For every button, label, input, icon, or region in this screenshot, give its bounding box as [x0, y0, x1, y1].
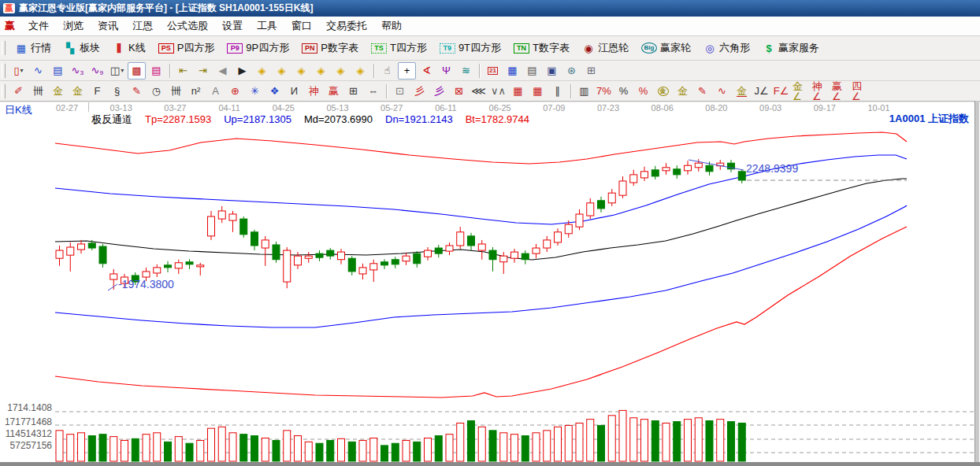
9p-square-button[interactable]: P99P四方形	[221, 37, 295, 59]
p-square-button[interactable]: PSP四方形	[152, 37, 221, 59]
grid-123-icon[interactable]: ⊞	[344, 83, 362, 100]
red-wave-icon[interactable]: ∿	[713, 83, 731, 100]
k-mark-icon[interactable]: И	[285, 83, 303, 100]
menu-资讯[interactable]: 资讯	[91, 19, 125, 32]
percent-line-red-icon[interactable]: 7%	[595, 83, 613, 100]
gold-circle-icon[interactable]: 金	[654, 83, 672, 100]
price-scale-tool-icon[interactable]: ▥	[575, 83, 593, 100]
menu-工具[interactable]: 工具	[250, 19, 284, 32]
gann-tool-purple-icon[interactable]: Ψ	[437, 62, 455, 80]
menu-设置[interactable]: 设置	[215, 19, 250, 32]
crosshair-icon[interactable]: +	[398, 62, 416, 80]
info-document-icon[interactable]: ▤	[49, 62, 67, 80]
n-square-icon[interactable]: n²	[187, 83, 205, 100]
last-page-icon[interactable]: ⇥	[194, 62, 212, 80]
data-transfer-icon[interactable]: ⊞	[582, 62, 600, 80]
menu-帮助[interactable]: 帮助	[374, 19, 409, 32]
chart-region[interactable]: 极反通道Tp=2287.1593Up=2187.1305Md=2073.6990…	[0, 112, 980, 466]
9t-square-button[interactable]: T99T四方形	[433, 37, 507, 59]
parallel-lines-icon[interactable]: ∥	[548, 83, 566, 100]
gann-diamond-expand-icon[interactable]: ◈	[351, 62, 369, 80]
win-angle-icon[interactable]: 赢∠	[831, 83, 849, 100]
gann-diamond-star-icon[interactable]: ◈	[332, 62, 350, 80]
win-ruler-icon[interactable]: 赢	[325, 83, 343, 100]
grid-red-arrow-icon[interactable]: ▦	[529, 83, 547, 100]
flag-pencil-icon[interactable]: ✎	[693, 83, 711, 100]
percent-red-icon[interactable]: %	[634, 83, 652, 100]
gann-wheel-button[interactable]: ◉江恩轮	[576, 37, 635, 59]
circle-cross-red-icon[interactable]: ⊕	[226, 83, 244, 100]
pan-hand-icon[interactable]: ☝	[378, 62, 396, 80]
time-cycle-clock-icon[interactable]: ◷	[147, 83, 165, 100]
quotes-button[interactable]: ▦行情	[9, 37, 58, 59]
winner-service-button[interactable]: $赢家服务	[756, 37, 826, 59]
eraser-knife-icon[interactable]: ✐	[9, 83, 28, 100]
p-number-table-button[interactable]: PNP数字表	[295, 37, 365, 59]
shen-ruler-icon[interactable]: 神	[305, 83, 323, 100]
percent-tool-glyph: %	[619, 86, 629, 96]
span-arrow-icon[interactable]: ⇔	[364, 83, 382, 100]
gann-diamond-horizontal-icon[interactable]: ◈	[292, 62, 310, 80]
angle-measure-icon[interactable]: ∢	[418, 62, 436, 80]
thin-candle-dropdown-dropdown-arrow[interactable]: ▾	[121, 68, 124, 74]
calculator-icon[interactable]: ▦	[503, 62, 522, 80]
kline-button[interactable]: ⫼K线	[106, 37, 152, 59]
calendar-21-icon[interactable]: 21	[484, 62, 502, 80]
shen-angle-icon[interactable]: 神∠	[811, 83, 830, 100]
gann-diamond-right-icon[interactable]: ◈	[273, 62, 291, 80]
red-marker-icon[interactable]: ✎	[128, 83, 146, 100]
trend-arrows-icon[interactable]: ⋘	[470, 83, 488, 100]
save-web-icon[interactable]: ⊛	[562, 62, 581, 80]
kline-style-dropdown-icon[interactable]: ▯▾	[9, 62, 28, 80]
menu-文件[interactable]: 文件	[21, 19, 56, 32]
pattern-box-icon[interactable]: ▩	[128, 62, 146, 80]
gann-fan-box-purple-icon[interactable]: 彡	[430, 83, 448, 100]
menu-江恩[interactable]: 江恩	[125, 19, 160, 32]
menu-公式选股[interactable]: 公式选股	[160, 19, 215, 32]
wave-count-9-icon[interactable]: ∿₉	[88, 62, 106, 80]
hexagon-button[interactable]: ◎六角形	[697, 37, 756, 59]
gann-diamond-left-icon[interactable]: ◈	[253, 62, 271, 80]
grid-red-icon[interactable]: ▦	[509, 83, 527, 100]
gann-fan-red-icon[interactable]: 彡	[410, 83, 429, 100]
gold-ruler-2-icon[interactable]: 金	[69, 83, 87, 100]
cycle-scribble-icon[interactable]: ≋	[457, 62, 475, 80]
next-page-icon[interactable]: ▶	[233, 62, 251, 80]
j-angle-icon[interactable]: J∠	[752, 83, 770, 100]
f-angle-icon[interactable]: F∠	[772, 83, 790, 100]
menu-交易委托[interactable]: 交易委托	[319, 19, 374, 32]
volume-profile-icon[interactable]: ▤	[147, 62, 165, 80]
notepad-icon[interactable]: ▤	[523, 62, 541, 80]
gann-fan-x-box-icon[interactable]: ⊠	[450, 83, 468, 100]
thin-candle-dropdown-icon[interactable]: ◫▾	[108, 62, 126, 80]
ruler-2-icon[interactable]: 卌	[167, 83, 185, 100]
kline-style-dropdown-dropdown-arrow[interactable]: ▾	[20, 68, 24, 74]
sectors-button[interactable]: ▚板块	[58, 37, 106, 59]
spiral-tool-icon[interactable]: §	[108, 83, 126, 100]
grid-star-box-icon[interactable]: ❖	[265, 83, 284, 100]
a-line-icon[interactable]: A	[206, 83, 225, 100]
percent-tool-icon[interactable]: %	[614, 83, 633, 100]
t-number-table-button[interactable]: TNT数字表	[507, 37, 576, 59]
save-disk-icon[interactable]: ▣	[543, 62, 561, 80]
winner-wheel-button[interactable]: Big赢家轮	[635, 37, 697, 59]
star-burst-blue-icon[interactable]: ✳	[246, 83, 264, 100]
gold-angle-icon[interactable]: 金∠	[792, 83, 810, 100]
gold-ruler-1-icon[interactable]: 金	[49, 83, 67, 100]
t-square-button[interactable]: TST四方形	[365, 37, 433, 59]
gann-diamond-cross-icon[interactable]: ◈	[312, 62, 330, 80]
first-page-icon[interactable]: ⇤	[174, 62, 192, 80]
box-corner-tool-icon[interactable]: ⊡	[391, 83, 409, 100]
menu-窗口[interactable]: 窗口	[284, 19, 319, 32]
prev-page-icon[interactable]: ◀	[213, 62, 232, 80]
menu-浏览[interactable]: 浏览	[56, 19, 91, 32]
gold-underline-icon[interactable]: 金	[733, 83, 751, 100]
wave-count-3-icon[interactable]: ∿₃	[69, 62, 87, 80]
gold-level-lines-icon[interactable]: 金	[674, 83, 692, 100]
fibonacci-ruler-icon[interactable]: F	[88, 83, 106, 100]
gann-ruler-icon[interactable]: 卌	[29, 83, 47, 100]
four-angle-icon[interactable]: 四∠	[851, 83, 869, 100]
kline-chart-canvas[interactable]: 2248.9399-1974.3800	[0, 112, 980, 466]
blue-curve-tool-icon[interactable]: ∿	[29, 62, 47, 80]
zigzag-wave-icon[interactable]: ∨∧	[489, 83, 507, 100]
